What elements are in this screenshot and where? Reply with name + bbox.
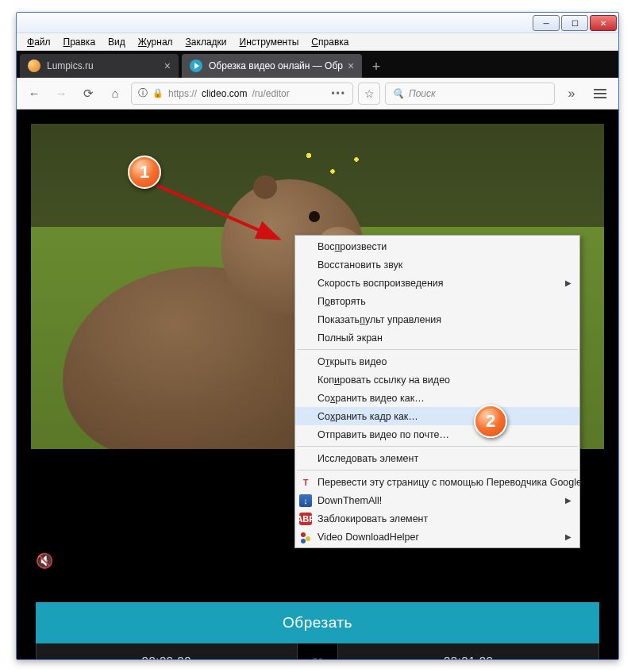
submenu-arrow-icon: ▶ <box>565 532 572 541</box>
ctx-inspect[interactable]: Исследовать элемент <box>295 449 579 467</box>
ctx-open-video[interactable]: Открыть видео <box>295 352 579 371</box>
to-label: до <box>309 655 327 660</box>
toolbar: ← → ⟳ ⌂ ⓘ 🔒 https://clideo.com/ru/editor… <box>17 78 618 109</box>
translate-icon: T <box>299 476 312 489</box>
menu-bar: Файл Правка Вид Журнал Закладки Инструме… <box>17 33 618 51</box>
search-icon: 🔍 <box>392 88 404 99</box>
menu-journal[interactable]: Журнал <box>133 35 179 49</box>
menu-bookmarks[interactable]: Закладки <box>180 35 233 49</box>
bookmark-button[interactable]: ☆ <box>358 83 380 105</box>
url-path: /ru/editor <box>252 88 289 99</box>
app-menu-button[interactable] <box>588 89 612 98</box>
cut-button[interactable]: Обрезать <box>36 602 599 643</box>
back-button[interactable]: ← <box>23 83 45 105</box>
menu-edit[interactable]: Правка <box>58 35 102 49</box>
submenu-arrow-icon: ▶ <box>565 278 572 287</box>
search-placeholder: Поиск <box>409 88 436 99</box>
site-info-icon[interactable]: ⓘ <box>138 86 148 100</box>
tab-clideo[interactable]: Обрезка видео онлайн — Обр × <box>182 54 362 78</box>
ctx-adblock[interactable]: ABPЗаблокировать элемент <box>295 509 579 528</box>
window-titlebar: ─ ☐ ✕ <box>17 13 618 33</box>
ctx-save-video[interactable]: Сохранить видео как… <box>295 389 579 407</box>
vdh-icon <box>299 531 312 543</box>
start-time-input[interactable]: 00:09.00 <box>36 641 298 659</box>
tab-label: Обрезка видео онлайн — Обр <box>209 60 343 71</box>
menu-file[interactable]: Файл <box>21 35 56 49</box>
close-button[interactable]: ✕ <box>590 15 617 31</box>
end-time-input[interactable]: 00:21.00 <box>337 641 599 659</box>
separator <box>297 349 578 350</box>
close-tab-icon[interactable]: × <box>348 60 354 72</box>
ctx-playback-speed[interactable]: Скорость воспроизведения▶ <box>295 274 579 292</box>
close-tab-icon[interactable]: × <box>164 60 171 72</box>
menu-view[interactable]: Вид <box>102 35 131 49</box>
overflow-button[interactable]: » <box>560 86 583 101</box>
tab-label: Lumpics.ru <box>47 60 160 71</box>
reload-button[interactable]: ⟳ <box>77 83 99 105</box>
ctx-restore-sound[interactable]: Восстановить звук <box>295 255 579 274</box>
ctx-translate[interactable]: TПеревести эту страницу с помощью Перево… <box>295 473 579 491</box>
tab-lumpics[interactable]: Lumpics.ru × <box>20 54 179 78</box>
search-box[interactable]: 🔍 Поиск <box>385 83 555 105</box>
annotation-callout-1: 1 <box>128 156 161 189</box>
ctx-show-controls[interactable]: Показать пульт управления <box>295 310 579 328</box>
ctx-fullscreen[interactable]: Полный экран <box>295 328 579 347</box>
lock-icon: 🔒 <box>152 88 164 98</box>
separator <box>297 470 578 470</box>
favicon-icon <box>28 60 40 72</box>
forward-button[interactable]: → <box>50 83 72 105</box>
annotation-callout-2: 2 <box>474 405 507 438</box>
separator <box>297 446 578 447</box>
ctx-vdh[interactable]: Video DownloadHelper▶ <box>295 528 579 546</box>
home-button[interactable]: ⌂ <box>104 83 126 105</box>
mute-icon[interactable]: 🔇 <box>36 552 53 570</box>
ctx-loop[interactable]: Повторять <box>295 292 579 310</box>
page-actions-icon[interactable]: ••• <box>331 88 346 99</box>
url-protocol: https:// <box>168 88 197 99</box>
ctx-play[interactable]: Воспроизвести <box>295 237 579 255</box>
favicon-icon <box>190 60 202 72</box>
video-context-menu: Воспроизвести Восстановить звук Скорость… <box>294 235 580 548</box>
ctx-save-frame[interactable]: Сохранить кадр как… <box>295 407 579 425</box>
new-tab-button[interactable]: + <box>365 56 387 78</box>
ctx-email-video[interactable]: Отправить видео по почте… <box>295 425 579 444</box>
submenu-arrow-icon: ▶ <box>565 496 572 505</box>
ctx-downthemall[interactable]: ↓DownThemAll!▶ <box>295 491 579 509</box>
ctx-copy-link[interactable]: Копировать ссылку на видео <box>295 371 579 389</box>
menu-help[interactable]: Справка <box>306 35 354 49</box>
downthemall-icon: ↓ <box>299 494 312 507</box>
tab-strip: Lumpics.ru × Обрезка видео онлайн — Обр … <box>17 51 618 78</box>
minimize-button[interactable]: ─ <box>533 15 560 31</box>
menu-tools[interactable]: Инструменты <box>234 35 305 49</box>
url-host: clideo.com <box>202 88 247 99</box>
maximize-button[interactable]: ☐ <box>561 15 588 31</box>
abp-icon: ABP <box>299 513 312 525</box>
address-bar[interactable]: ⓘ 🔒 https://clideo.com/ru/editor ••• <box>131 83 353 105</box>
